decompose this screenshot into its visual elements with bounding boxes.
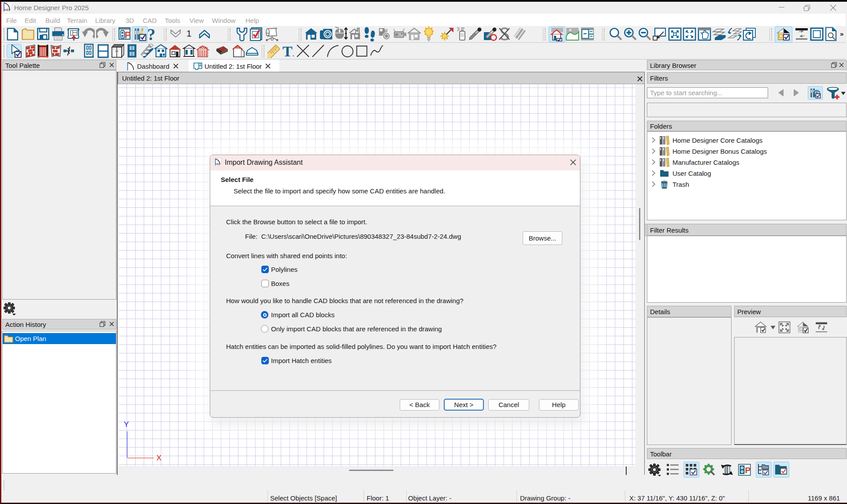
svg-text:HD: HD (4, 8, 10, 12)
svg-text:HD: HD (216, 163, 220, 166)
svg-text:P: P (745, 466, 751, 475)
svg-text:P: P (125, 30, 131, 40)
